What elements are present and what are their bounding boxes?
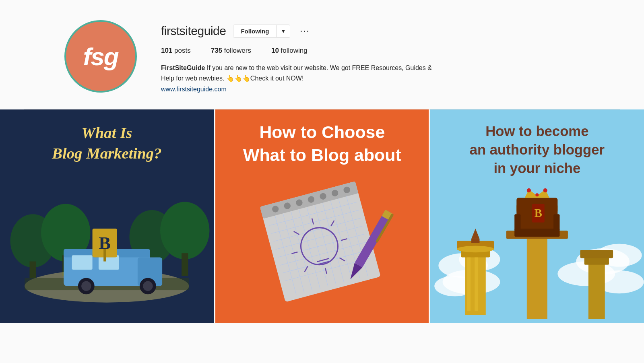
bio-name: FirstSiteGuide xyxy=(161,64,205,71)
svg-point-99 xyxy=(527,188,531,192)
svg-point-101 xyxy=(543,188,547,192)
svg-rect-97 xyxy=(553,214,559,231)
svg-text:How to Choose: How to Choose xyxy=(259,123,385,142)
profile-info: firstsiteguide Following ▼ ··· 101 posts… xyxy=(161,20,580,93)
svg-rect-89 xyxy=(580,250,613,258)
profile-section: fsg firstsiteguide Following ▼ ··· 101 p… xyxy=(40,0,604,109)
bio-link[interactable]: www.firstsiteguide.com xyxy=(161,86,227,93)
svg-rect-88 xyxy=(584,258,609,265)
svg-point-19 xyxy=(143,281,153,291)
svg-rect-95 xyxy=(515,229,560,237)
svg-rect-81 xyxy=(467,258,471,311)
avatar: fsg xyxy=(64,20,137,93)
following-button[interactable]: Following xyxy=(233,25,276,37)
followers-label: followers xyxy=(224,47,251,54)
svg-rect-82 xyxy=(475,258,478,311)
following-stat[interactable]: 10 following xyxy=(271,47,308,55)
following-count: 10 xyxy=(271,47,279,54)
svg-rect-22 xyxy=(103,249,106,262)
svg-rect-86 xyxy=(471,239,479,243)
svg-point-84 xyxy=(457,246,494,252)
followers-count: 735 xyxy=(211,47,222,54)
svg-text:What to Blog about: What to Blog about xyxy=(243,145,401,165)
svg-rect-2 xyxy=(29,262,36,278)
followers-stat[interactable]: 735 followers xyxy=(211,47,251,55)
svg-point-17 xyxy=(81,281,91,291)
following-button-group[interactable]: Following ▼ xyxy=(233,25,290,38)
svg-text:What Is: What Is xyxy=(81,124,132,142)
svg-point-100 xyxy=(536,193,539,196)
bio-text: FirstSiteGuide If you are new to the web… xyxy=(161,63,443,83)
svg-point-7 xyxy=(160,202,209,260)
svg-text:B: B xyxy=(535,207,542,220)
svg-rect-14 xyxy=(72,255,93,270)
svg-text:an authority blogger: an authority blogger xyxy=(470,142,605,157)
svg-text:Blog Marketing?: Blog Marketing? xyxy=(52,145,161,162)
svg-rect-96 xyxy=(515,214,521,231)
posts-stat: 101 posts xyxy=(161,47,191,55)
post-2[interactable]: How to Choose What to Blog about xyxy=(215,109,429,323)
post-3[interactable]: B How to become an authority blogger in … xyxy=(430,109,644,323)
svg-rect-8 xyxy=(182,253,188,276)
following-label: following xyxy=(281,47,308,54)
posts-label: posts xyxy=(174,47,191,54)
bio-section: FirstSiteGuide If you are new to the web… xyxy=(161,63,443,93)
svg-text:How to become: How to become xyxy=(485,124,588,139)
posts-grid: B What Is Blog Marketing? xyxy=(0,109,644,323)
username: firstsiteguide xyxy=(161,24,226,38)
svg-rect-15 xyxy=(99,255,119,270)
stats-row: 101 posts 735 followers 10 following xyxy=(161,47,580,55)
svg-rect-87 xyxy=(588,262,605,319)
avatar-initials: fsg xyxy=(83,42,118,71)
post-1[interactable]: B What Is Blog Marketing? xyxy=(0,109,214,323)
following-dropdown-arrow[interactable]: ▼ xyxy=(276,25,290,37)
more-options-button[interactable]: ··· xyxy=(297,26,312,36)
profile-top-row: firstsiteguide Following ▼ ··· xyxy=(161,24,580,38)
svg-text:in your niche: in your niche xyxy=(494,161,581,176)
posts-count: 101 xyxy=(161,47,172,54)
